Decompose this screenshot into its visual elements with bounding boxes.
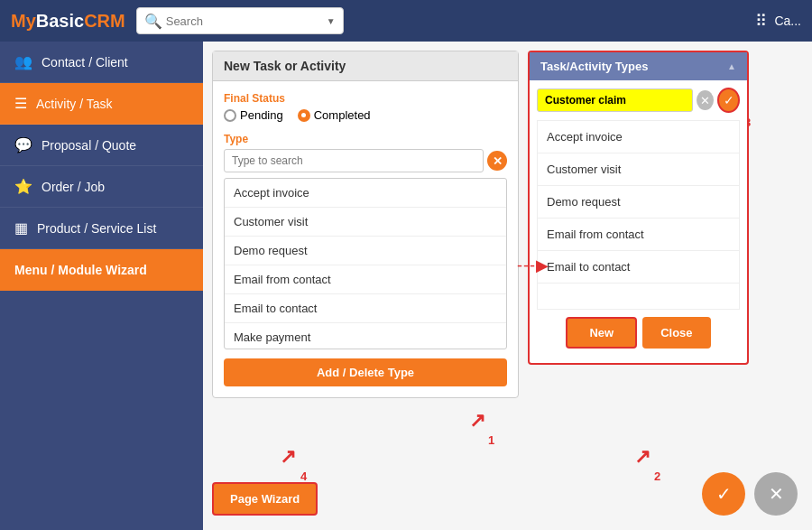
list-item[interactable]: Email to contact bbox=[538, 251, 739, 284]
types-list[interactable]: Accept invoice Customer visit Demo reque… bbox=[537, 120, 740, 310]
grid-icon[interactable]: ⠿ bbox=[755, 11, 767, 31]
sidebar-item-order-job[interactable]: ⭐ Order / Job bbox=[0, 166, 203, 208]
types-panel-body: ✕ ✓ Accept invoice Customer visit Demo r… bbox=[530, 80, 747, 363]
dashed-arrow: - - - ▶ bbox=[517, 256, 547, 275]
type-search-row: ✕ bbox=[224, 149, 507, 172]
page-wizard-button[interactable]: Page Wizard bbox=[212, 482, 318, 516]
types-confirm-button[interactable]: ✓ bbox=[717, 88, 740, 113]
ann-label-2: 2 bbox=[654, 470, 660, 483]
chevron-down-icon[interactable]: ▼ bbox=[327, 16, 336, 26]
activity-icon: ☰ bbox=[14, 95, 27, 112]
search-bar[interactable]: 🔍 ▼ bbox=[136, 7, 344, 34]
list-item[interactable]: Demo request bbox=[538, 186, 739, 219]
top-nav-right: ⠿ Ca... bbox=[755, 11, 801, 31]
task-dialog-header: New Task or Activity bbox=[213, 51, 518, 81]
list-item[interactable]: Customer visit bbox=[225, 208, 506, 237]
contact-icon: 👥 bbox=[14, 53, 32, 70]
sidebar-item-product-service[interactable]: ▦ Product / Service List bbox=[0, 208, 203, 249]
list-item[interactable]: Email to contact bbox=[225, 294, 506, 323]
task-dialog-title: New Task or Activity bbox=[224, 59, 346, 73]
product-icon: ▦ bbox=[14, 219, 28, 237]
wizard-label: Menu / Module Wizard bbox=[14, 263, 147, 277]
types-panel-title: Task/Activity Types bbox=[540, 60, 648, 73]
panel-scroll-indicator: ▲ bbox=[727, 61, 736, 71]
bottom-right-actions: ✓ ✕ bbox=[702, 472, 798, 516]
sidebar-item-contact-client[interactable]: 👥 Contact / Client bbox=[0, 42, 203, 83]
radio-group: Pending Completed bbox=[224, 108, 507, 122]
type-list[interactable]: Accept invoice Customer visit Demo reque… bbox=[224, 178, 507, 349]
sidebar-menu-wizard[interactable]: Menu / Module Wizard bbox=[0, 249, 203, 291]
bottom-actions: Page Wizard bbox=[212, 482, 318, 516]
type-search-input[interactable] bbox=[224, 149, 484, 172]
logo-my: My bbox=[11, 11, 36, 31]
sidebar-item-label: Contact / Client bbox=[42, 55, 128, 70]
ann-label-4: 4 bbox=[300, 470, 307, 483]
arrow-ann-1: ↗ bbox=[469, 409, 485, 432]
completed-label: Completed bbox=[314, 108, 371, 122]
order-icon: ⭐ bbox=[14, 178, 32, 195]
radio-pending-circle bbox=[224, 109, 236, 122]
search-input[interactable] bbox=[166, 14, 323, 28]
sidebar-item-label: Order / Job bbox=[42, 180, 105, 194]
list-item[interactable]: Demo request bbox=[225, 237, 506, 265]
sidebar-item-activity-task[interactable]: ☰ Activity / Task bbox=[0, 83, 203, 125]
logo-basic: Basic bbox=[36, 11, 84, 31]
types-panel-header: Task/Activity Types ▲ bbox=[530, 52, 747, 80]
radio-pending[interactable]: Pending bbox=[224, 108, 283, 122]
logo: MyBasicCRM bbox=[11, 11, 125, 32]
list-item[interactable]: Customer visit bbox=[538, 153, 739, 186]
sidebar: 👥 Contact / Client ☰ Activity / Task 💬 P… bbox=[0, 42, 203, 530]
main-content: New Task or Activity Final Status Pendin… bbox=[203, 42, 812, 530]
list-item[interactable]: Accept invoice bbox=[225, 179, 506, 208]
pending-label: Pending bbox=[240, 108, 283, 122]
types-search-input[interactable] bbox=[537, 88, 693, 112]
types-panel: Task/Activity Types ▲ ✕ ✓ Accept invoice… bbox=[528, 51, 749, 365]
task-dialog: New Task or Activity Final Status Pendin… bbox=[212, 51, 519, 398]
new-button[interactable]: New bbox=[566, 317, 637, 349]
types-search-row: ✕ ✓ bbox=[537, 88, 740, 113]
sidebar-item-label: Product / Service List bbox=[37, 221, 156, 236]
radio-completed[interactable]: Completed bbox=[298, 108, 371, 122]
sidebar-item-proposal-quote[interactable]: 💬 Proposal / Quote bbox=[0, 125, 203, 166]
search-icon: 🔍 bbox=[144, 13, 162, 30]
cancel-round-button[interactable]: ✕ bbox=[754, 472, 798, 516]
proposal-icon: 💬 bbox=[14, 136, 32, 153]
radio-completed-circle bbox=[298, 109, 310, 122]
task-dialog-body: Final Status Pending Completed Type ✕ bbox=[213, 81, 518, 397]
logo-crm: CRM bbox=[84, 11, 125, 31]
arrow-ann-2: ↗ bbox=[634, 445, 651, 469]
list-item[interactable]: Email from contact bbox=[225, 265, 506, 294]
sidebar-item-label: Proposal / Quote bbox=[42, 138, 136, 153]
list-item[interactable]: Accept invoice bbox=[538, 121, 739, 153]
ann-label-1: 1 bbox=[488, 433, 494, 447]
add-delete-type-button[interactable]: Add / Delete Type bbox=[224, 358, 507, 386]
types-panel-footer: New Close bbox=[537, 310, 740, 356]
type-label: Type bbox=[224, 133, 507, 145]
arrow-ann-4: ↗ bbox=[280, 445, 296, 469]
layout: 👥 Contact / Client ☰ Activity / Task 💬 P… bbox=[0, 42, 812, 530]
types-clear-button[interactable]: ✕ bbox=[697, 90, 714, 110]
type-clear-button[interactable]: ✕ bbox=[487, 151, 507, 171]
close-button[interactable]: Close bbox=[642, 317, 710, 349]
list-item[interactable]: Make payment bbox=[225, 323, 506, 349]
final-status-label: Final Status bbox=[224, 92, 507, 105]
list-item[interactable]: Email from contact bbox=[538, 219, 739, 251]
confirm-round-button[interactable]: ✓ bbox=[702, 472, 745, 516]
sidebar-item-label: Activity / Task bbox=[36, 97, 113, 111]
app-label: Ca... bbox=[774, 14, 801, 28]
top-nav: MyBasicCRM 🔍 ▼ ⠿ Ca... bbox=[0, 0, 812, 42]
